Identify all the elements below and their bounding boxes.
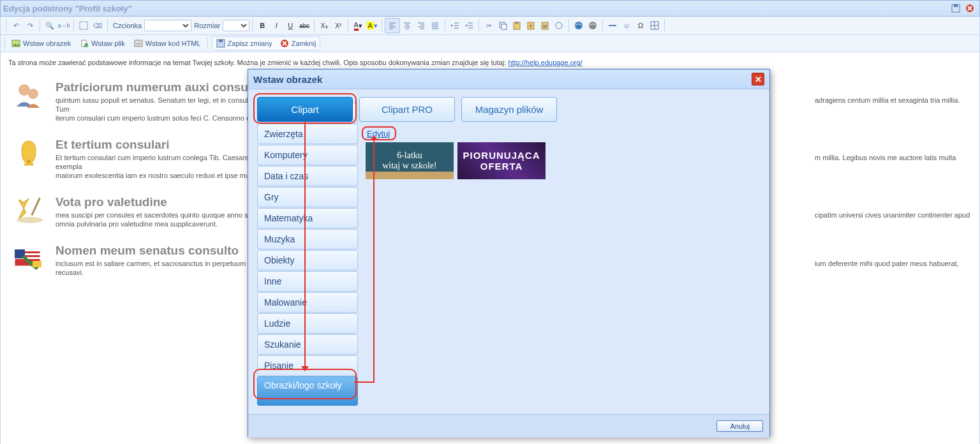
subscript-icon[interactable]: X₂	[317, 18, 331, 33]
table-icon[interactable]	[648, 18, 662, 33]
intro-text: Ta strona może zawierać podstawowe infor…	[8, 59, 972, 66]
insert-html-button[interactable]: </> Wstaw kod HTML	[131, 38, 204, 49]
svg-point-35	[575, 22, 583, 29]
outdent-icon[interactable]	[448, 18, 462, 33]
section-icon	[8, 240, 49, 276]
svg-rect-60	[33, 261, 41, 267]
paste-icon[interactable]	[510, 18, 524, 33]
svg-text:</>: </>	[136, 42, 140, 46]
window-save-icon[interactable]	[949, 1, 963, 15]
insert-image-dialog: Wstaw obrazek ✕ ClipartClipart PROMagazy…	[248, 69, 770, 437]
help-link[interactable]: http://help.edupage.org/	[508, 59, 582, 66]
redo-icon[interactable]: ↷	[23, 18, 37, 33]
svg-text:W: W	[543, 24, 547, 29]
save-label: Zapisz zmiany	[228, 40, 272, 47]
cancel-button[interactable]: Anuluj	[716, 420, 763, 432]
section-icon	[8, 77, 49, 112]
smiley-icon[interactable]: ☺	[620, 18, 634, 33]
link-icon[interactable]	[572, 18, 586, 33]
save-button[interactable]: Zapisz zmiany	[214, 38, 275, 49]
thumb1-line1: 6-latku	[397, 151, 422, 161]
insert-file-label: Wstaw plik	[91, 40, 125, 47]
html-icon: </>	[134, 39, 143, 48]
category-item[interactable]: Malowanie	[257, 292, 358, 313]
italic-icon[interactable]: I	[269, 18, 283, 33]
indent-icon[interactable]	[462, 18, 476, 33]
svg-rect-27	[501, 24, 507, 29]
svg-rect-3	[80, 22, 87, 29]
category-item[interactable]: Komputery	[257, 145, 358, 165]
category-item[interactable]: Obiekty	[257, 250, 358, 270]
bold-icon[interactable]: B	[255, 18, 269, 33]
format-toolbar: ↶ ↷ 🔍 a↔b ⌫ Czcionka Rozmiar B I U abc X…	[0, 17, 980, 35]
size-select[interactable]	[223, 20, 249, 31]
window-title-bar: Edycja podstrony "Profil szkoły"	[0, 0, 980, 17]
close-icon	[280, 39, 289, 48]
save-icon	[216, 39, 225, 48]
thumb1-line2: witaj w szkole!	[382, 161, 437, 171]
category-item[interactable]: Gry	[257, 187, 358, 207]
svg-rect-29	[516, 22, 518, 24]
insert-image-button[interactable]: Wstaw obrazek	[9, 38, 73, 49]
hr-icon[interactable]	[605, 18, 620, 33]
category-item[interactable]: Inne	[257, 271, 358, 292]
align-right-icon[interactable]	[414, 18, 428, 33]
svg-point-51	[28, 89, 38, 99]
underline-icon[interactable]: U	[283, 18, 297, 33]
size-label: Rozmiar	[194, 22, 220, 29]
thumb2-line1: PIORUNUJĄCA	[463, 150, 540, 161]
cut-icon[interactable]: ✂	[482, 18, 496, 33]
category-item[interactable]: Data i czas	[257, 166, 358, 186]
category-item[interactable]: Szukanie	[257, 334, 358, 355]
secondary-toolbar: Wstaw obrazek + Wstaw plik </> Wstaw kod…	[0, 35, 980, 52]
intro-before: Ta strona może zawierać podstawowe infor…	[8, 59, 508, 66]
font-select[interactable]	[144, 20, 191, 31]
superscript-icon[interactable]: X²	[331, 18, 345, 33]
svg-text:+: +	[85, 43, 87, 47]
svg-rect-53	[31, 197, 40, 215]
paste-word-icon[interactable]: W	[538, 18, 552, 33]
category-item[interactable]: Muzyka	[257, 229, 358, 249]
image-icon	[11, 39, 20, 48]
align-left-icon[interactable]	[385, 18, 400, 33]
insert-image-label: Wstaw obrazek	[23, 40, 71, 47]
align-justify-icon[interactable]	[428, 18, 442, 33]
copy-icon[interactable]	[496, 18, 510, 33]
thumbnail-1[interactable]: 6-latku witaj w szkole!	[366, 142, 454, 179]
close-label: Zamknij	[292, 40, 316, 47]
insert-html-label: Wstaw kod HTML	[145, 40, 201, 47]
svg-point-52	[27, 159, 31, 163]
category-item[interactable]: Zwierzęta	[257, 124, 358, 144]
bgcolor-icon[interactable]: A▾	[365, 18, 379, 33]
paste-text-icon[interactable]: T	[524, 18, 538, 33]
svg-text:T: T	[530, 24, 533, 29]
window-close-icon[interactable]	[963, 1, 977, 15]
unlink-icon[interactable]	[586, 18, 600, 33]
unknown-icon[interactable]	[552, 18, 566, 33]
special-char-icon[interactable]: Ω	[634, 18, 648, 33]
section-icon	[8, 191, 49, 227]
selectall-icon[interactable]	[77, 18, 91, 33]
thumbnail-2[interactable]: PIORUNUJĄCA OFERTA	[457, 142, 546, 179]
dialog-close-icon[interactable]: ✕	[752, 73, 764, 85]
insert-file-button[interactable]: + Wstaw plik	[77, 38, 128, 49]
removefmt-icon[interactable]: ⌫	[91, 18, 105, 33]
tab-clipart[interactable]: Clipart	[257, 97, 353, 122]
dialog-title: Wstaw obrazek	[253, 74, 322, 85]
close-editor-button[interactable]: Zamknij	[278, 38, 319, 49]
replace-icon[interactable]: a↔b	[57, 18, 71, 33]
category-item[interactable]: Obrazki/logo szkoły	[257, 376, 358, 406]
file-icon: +	[80, 39, 89, 48]
svg-rect-1	[954, 4, 958, 7]
svg-point-34	[556, 22, 562, 29]
align-center-icon[interactable]	[400, 18, 414, 33]
undo-icon[interactable]: ↶	[9, 18, 23, 33]
textcolor-icon[interactable]: A▾	[351, 18, 365, 33]
category-item[interactable]: Pisanie	[257, 355, 358, 376]
edit-link[interactable]: Edytuj	[367, 129, 390, 138]
find-icon[interactable]: 🔍	[43, 18, 57, 33]
dialog-title-bar[interactable]: Wstaw obrazek ✕	[248, 70, 769, 89]
category-item[interactable]: Matematyka	[257, 208, 358, 228]
category-item[interactable]: Ludzie	[257, 313, 358, 334]
strike-icon[interactable]: abc	[297, 18, 311, 33]
